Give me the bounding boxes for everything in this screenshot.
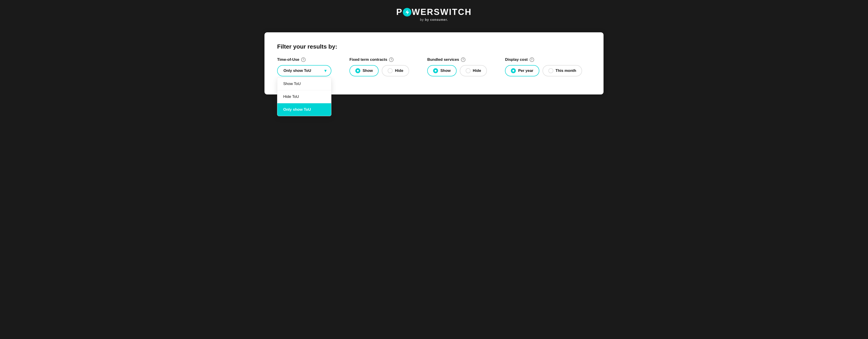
filter-group-display-cost: Display cost ? Per year This month xyxy=(505,57,582,76)
logo-letter-p: P xyxy=(396,7,403,17)
chevron-down-icon: ▾ xyxy=(324,68,327,73)
fixed-term-hide-label: Hide xyxy=(395,68,403,73)
display-cost-help-icon[interactable]: ? xyxy=(530,57,534,62)
fixed-term-help-icon[interactable]: ? xyxy=(389,57,394,62)
display-cost-label: Display cost xyxy=(505,57,528,62)
filter-group-bundled-services: Bundled services ? Show Hide xyxy=(427,57,487,76)
filter-group-fixed-term: Fixed term contracts ? Show Hide xyxy=(349,57,409,76)
fixed-term-show-radio-circle xyxy=(355,68,360,73)
time-of-use-selected-value: Only show ToU xyxy=(283,68,311,73)
time-of-use-dropdown-trigger[interactable]: Only show ToU ▾ xyxy=(277,65,331,76)
fixed-term-show-option[interactable]: Show xyxy=(349,65,379,76)
display-cost-this-month-label: This month xyxy=(556,68,577,73)
fixed-term-label: Fixed term contracts xyxy=(349,57,387,62)
dropdown-item-hide-tou[interactable]: Hide ToU xyxy=(277,90,331,103)
time-of-use-help-icon[interactable]: ? xyxy=(301,57,306,62)
bundled-services-label: Bundled services xyxy=(427,57,459,62)
fixed-term-radio-group: Show Hide xyxy=(349,65,409,76)
filter-label-time-of-use: Time-of-Use ? xyxy=(277,57,331,62)
lightning-bolt-icon xyxy=(403,8,411,17)
display-cost-per-year-radio-circle xyxy=(511,68,516,73)
time-of-use-label: Time-of-Use xyxy=(277,57,299,62)
bundled-services-hide-label: Hide xyxy=(473,68,481,73)
display-cost-radio-group: Per year This month xyxy=(505,65,582,76)
dropdown-item-only-show-tou[interactable]: Only show ToU xyxy=(277,103,331,116)
bundled-services-hide-option[interactable]: Hide xyxy=(460,65,487,76)
bundled-services-radio-group: Show Hide xyxy=(427,65,487,76)
bundled-services-show-label: Show xyxy=(440,68,451,73)
filter-label-display-cost: Display cost ? xyxy=(505,57,582,62)
logo: P WERSWITCH by by consumer. xyxy=(396,7,472,22)
filter-label-bundled-services: Bundled services ? xyxy=(427,57,487,62)
dropdown-item-show-tou[interactable]: Show ToU xyxy=(277,78,331,90)
bundled-services-show-radio-circle xyxy=(433,68,438,73)
filter-group-time-of-use: Time-of-Use ? Only show ToU ▾ Show ToU H… xyxy=(277,57,331,76)
bundled-services-hide-radio-circle xyxy=(466,68,471,73)
display-cost-per-year-option[interactable]: Per year xyxy=(505,65,539,76)
filter-label-fixed-term: Fixed term contracts ? xyxy=(349,57,409,62)
time-of-use-dropdown-menu: Show ToU Hide ToU Only show ToU xyxy=(277,77,331,116)
filter-heading: Filter your results by: xyxy=(277,43,591,50)
header: P WERSWITCH by by consumer. xyxy=(0,0,868,28)
main-panel: Filter your results by: Time-of-Use ? On… xyxy=(265,32,603,94)
display-cost-this-month-radio-circle xyxy=(548,68,553,73)
time-of-use-dropdown-container: Only show ToU ▾ Show ToU Hide ToU Only s… xyxy=(277,65,331,76)
fixed-term-hide-option[interactable]: Hide xyxy=(382,65,409,76)
logo-byline: by by consumer. xyxy=(420,18,448,22)
fixed-term-hide-radio-circle xyxy=(388,68,393,73)
display-cost-per-year-label: Per year xyxy=(518,68,533,73)
bundled-services-show-option[interactable]: Show xyxy=(427,65,456,76)
display-cost-this-month-option[interactable]: This month xyxy=(542,65,582,76)
bundled-services-help-icon[interactable]: ? xyxy=(461,57,465,62)
logo-text: P WERSWITCH xyxy=(396,7,472,17)
logo-byline-brand: by consumer. xyxy=(425,18,448,22)
fixed-term-show-label: Show xyxy=(363,68,373,73)
filters-row: Time-of-Use ? Only show ToU ▾ Show ToU H… xyxy=(277,57,591,76)
logo-text-after: WERSWITCH xyxy=(412,7,472,17)
